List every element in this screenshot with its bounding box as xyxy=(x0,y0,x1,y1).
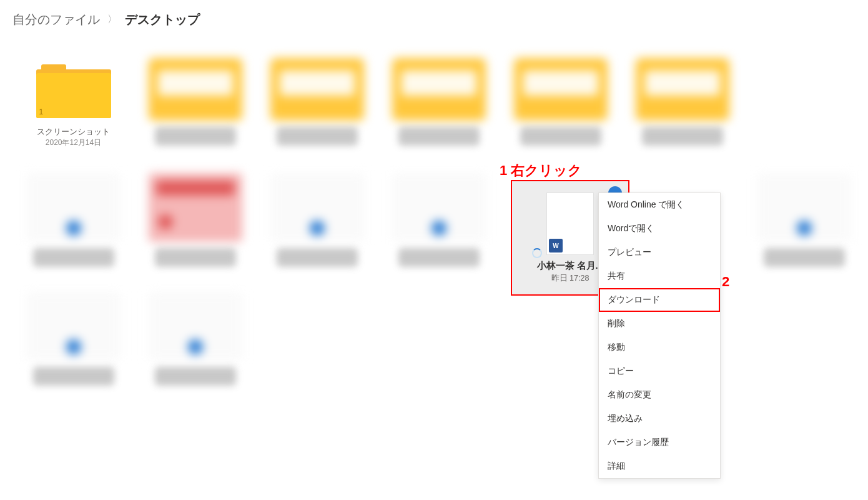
folder-item-blurred[interactable] xyxy=(259,58,375,148)
item-name-blurred xyxy=(520,127,601,146)
menu-details[interactable]: 詳細 xyxy=(599,454,720,478)
menu-version-history[interactable]: バージョン履歴 xyxy=(599,431,720,454)
folder-icon xyxy=(636,58,729,121)
menu-preview[interactable]: プレビュー xyxy=(599,241,720,264)
chevron-right-icon: 〉 xyxy=(107,13,117,26)
file-thumbnail xyxy=(270,173,364,242)
item-name-blurred xyxy=(398,127,480,146)
selected-file-name: 小林一茶 名月.d xyxy=(537,260,604,272)
file-item-blurred[interactable] xyxy=(137,292,253,386)
context-menu: Word Online で開く Wordで開く プレビュー 共有 ダウンロード … xyxy=(598,192,721,479)
file-item-blurred[interactable] xyxy=(381,173,496,267)
file-thumbnail xyxy=(27,292,121,361)
file-thumbnail xyxy=(757,173,851,242)
annotation-2: 2 xyxy=(722,274,729,290)
menu-open-word-online[interactable]: Word Online で開く xyxy=(599,193,720,217)
item-name-blurred xyxy=(155,248,236,267)
folder-icon: 1 xyxy=(36,61,111,118)
folder-icon xyxy=(392,58,486,121)
folder-thumbnail: 1 xyxy=(28,58,119,121)
folder-item-blurred[interactable] xyxy=(503,58,618,148)
loading-spinner-icon xyxy=(532,248,542,258)
menu-copy[interactable]: コピー xyxy=(599,359,720,383)
folder-icon xyxy=(514,58,608,121)
folder-item[interactable]: 1 スクリーンショット 2020年12月14日 xyxy=(16,58,131,148)
folder-icon xyxy=(149,58,242,121)
file-thumbnail xyxy=(149,173,242,242)
item-name-blurred xyxy=(764,248,845,267)
file-thumbnail xyxy=(27,173,121,242)
item-name: スクリーンショット xyxy=(37,127,110,138)
item-name-blurred xyxy=(33,248,114,267)
folder-item-blurred[interactable] xyxy=(381,58,496,148)
menu-move[interactable]: 移動 xyxy=(599,336,720,359)
item-name-blurred xyxy=(277,248,358,267)
file-item-blurred[interactable] xyxy=(137,173,253,267)
selected-file-date: 昨日 17:28 xyxy=(551,273,589,284)
folder-badge: 1 xyxy=(39,108,44,116)
file-item-blurred[interactable] xyxy=(259,173,375,267)
file-item-blurred[interactable] xyxy=(16,173,131,267)
breadcrumb-current: デスクトップ xyxy=(125,11,200,28)
file-thumbnail xyxy=(392,173,486,242)
menu-open-word[interactable]: Wordで開く xyxy=(599,217,720,241)
folder-icon xyxy=(270,58,364,121)
breadcrumb-root[interactable]: 自分のファイル xyxy=(12,11,100,28)
menu-share[interactable]: 共有 xyxy=(599,264,720,288)
menu-download[interactable]: ダウンロード xyxy=(599,288,720,312)
item-name-blurred xyxy=(642,127,723,146)
menu-embed[interactable]: 埋め込み xyxy=(599,407,720,431)
file-item-blurred[interactable] xyxy=(16,292,131,386)
file-thumbnail xyxy=(149,292,242,361)
menu-delete[interactable]: 削除 xyxy=(599,312,720,336)
breadcrumb: 自分のファイル 〉 デスクトップ xyxy=(0,0,868,39)
folder-item-blurred[interactable] xyxy=(624,58,740,148)
document-thumbnail: W xyxy=(546,192,594,255)
word-icon: W xyxy=(549,239,563,252)
folder-item-blurred[interactable] xyxy=(137,58,253,148)
menu-rename[interactable]: 名前の変更 xyxy=(599,383,720,407)
item-name-blurred xyxy=(155,127,236,146)
item-name-blurred xyxy=(155,367,236,386)
file-item-blurred[interactable] xyxy=(746,173,862,267)
item-name-blurred xyxy=(277,127,358,146)
item-date: 2020年12月14日 xyxy=(46,138,101,148)
annotation-1: 1 右クリック xyxy=(500,161,582,180)
file-grid: 1 スクリーンショット 2020年12月14日 xyxy=(0,39,868,386)
item-name-blurred xyxy=(33,367,114,386)
item-name-blurred xyxy=(398,248,480,267)
